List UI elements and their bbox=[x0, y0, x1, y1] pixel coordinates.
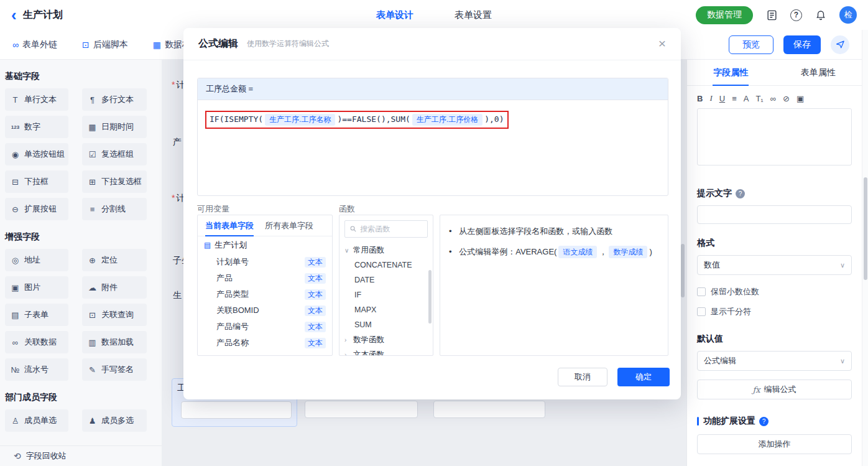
hint-text-input[interactable] bbox=[697, 205, 852, 224]
unlink-icon[interactable]: ⊘ bbox=[783, 94, 790, 103]
variable-row[interactable]: 关联BOMID文本 bbox=[198, 302, 332, 319]
formula-code: ),0) bbox=[484, 114, 504, 124]
function-item-mapx[interactable]: MAPX bbox=[339, 302, 433, 317]
back-icon[interactable]: ‹ bbox=[11, 7, 17, 23]
field-address[interactable]: ◎地址 bbox=[5, 249, 68, 271]
variable-row[interactable]: 计划单号文本 bbox=[198, 254, 332, 270]
extension-help-icon[interactable]: ? bbox=[759, 417, 769, 426]
page-scrollbar-thumb[interactable] bbox=[864, 177, 867, 280]
field-input[interactable] bbox=[305, 401, 418, 418]
font-color-icon[interactable]: A bbox=[744, 94, 749, 103]
thousand-checkbox[interactable] bbox=[697, 307, 706, 316]
modal-subtitle: 使用数学运算符编辑公式 bbox=[247, 39, 329, 49]
field-token: 生产工序.工序价格 bbox=[412, 114, 482, 126]
field-radio-group[interactable]: ◉单选按钮组 bbox=[5, 143, 68, 165]
field-attachment[interactable]: ☁附件 bbox=[82, 276, 147, 299]
function-item-concatenate[interactable]: CONCATENATE bbox=[339, 258, 433, 273]
data-manage-button[interactable]: 数据管理 bbox=[696, 6, 753, 24]
formula-input-area[interactable]: IF(ISEMPTY(生产工序.工序名称)==FALSE(),SUM(生产工序.… bbox=[198, 100, 668, 139]
page-title: 生产计划 bbox=[23, 9, 63, 22]
field-serial-number[interactable]: №流水号 bbox=[5, 358, 68, 381]
variable-row[interactable]: 产品名称文本 bbox=[198, 335, 332, 351]
field-number[interactable]: 123数字 bbox=[5, 116, 68, 138]
variable-row[interactable]: 产品编号文本 bbox=[198, 319, 332, 335]
field-dropdown-multi[interactable]: ⊞下拉复选框 bbox=[82, 170, 147, 193]
link-icon[interactable]: ∞ bbox=[770, 94, 776, 103]
member-multi-icon: ♟ bbox=[88, 416, 97, 426]
field-signature[interactable]: ✎手写签名 bbox=[82, 358, 147, 381]
group-common-functions[interactable]: ∨ 常用函数 bbox=[339, 243, 433, 258]
field-datetime[interactable]: ▦日期时间 bbox=[82, 116, 147, 138]
field-single-text[interactable]: T单行文本 bbox=[5, 88, 68, 111]
share-button[interactable] bbox=[831, 35, 849, 54]
italic-icon[interactable]: I bbox=[709, 93, 712, 103]
field-checkbox-group[interactable]: ☑复选框组 bbox=[82, 143, 147, 165]
function-item-sum[interactable]: SUM bbox=[339, 317, 433, 332]
underline-icon[interactable]: U bbox=[719, 94, 725, 103]
properties-tabs: 字段属性 表单属性 bbox=[687, 60, 862, 86]
backend-script-button[interactable]: ⊡ 后端脚本 bbox=[82, 39, 128, 50]
function-item-date[interactable]: DATE bbox=[339, 273, 433, 287]
bold-icon[interactable]: B bbox=[697, 94, 703, 103]
field-multi-text[interactable]: ¶多行文本 bbox=[82, 88, 147, 111]
tab-form-properties[interactable]: 表单属性 bbox=[775, 60, 862, 85]
confirm-button[interactable]: 确定 bbox=[617, 368, 670, 386]
field-dropdown[interactable]: ⊟下拉框 bbox=[5, 170, 68, 193]
hint-help-icon[interactable]: ? bbox=[736, 189, 745, 198]
edit-formula-button[interactable]: ƒx 编辑公式 bbox=[697, 380, 852, 399]
field-title-editor[interactable] bbox=[697, 108, 852, 165]
default-value-select[interactable]: 公式编辑 ∨ bbox=[697, 351, 852, 371]
example-token: 语文成绩 bbox=[558, 246, 597, 258]
field-member-single[interactable]: ♙成员单选 bbox=[5, 409, 68, 432]
field-image[interactable]: ▣图片 bbox=[5, 276, 68, 299]
document-icon[interactable] bbox=[765, 9, 778, 21]
field-related-query[interactable]: ⊡关联查询 bbox=[82, 304, 147, 326]
variable-row[interactable]: 产品文本 bbox=[198, 270, 332, 286]
add-action-button[interactable]: 添加操作 bbox=[697, 434, 852, 454]
group-text-functions[interactable]: › 文本函数 bbox=[339, 347, 433, 356]
tab-form-settings[interactable]: 表单设置 bbox=[455, 9, 492, 21]
thousand-separator-option[interactable]: 显示千分符 bbox=[697, 306, 852, 317]
canvas-scrollbar[interactable] bbox=[681, 244, 685, 297]
form-external-link-button[interactable]: ∞ 表单外链 bbox=[12, 39, 57, 50]
group-math-functions[interactable]: › 数学函数 bbox=[339, 332, 433, 347]
notification-bell-icon[interactable] bbox=[815, 9, 827, 21]
field-recycle-bin[interactable]: ⟲ 字段回收站 bbox=[0, 445, 162, 466]
function-search-input[interactable] bbox=[360, 225, 422, 233]
script-icon: ⊡ bbox=[82, 40, 90, 50]
field-input[interactable] bbox=[433, 401, 545, 418]
functions-scrollbar-thumb[interactable] bbox=[428, 270, 432, 324]
avatar[interactable]: 检 bbox=[839, 6, 857, 24]
help-icon[interactable]: ? bbox=[790, 9, 802, 21]
field-location[interactable]: ⊕定位 bbox=[82, 249, 147, 271]
tab-form-design[interactable]: 表单设计 bbox=[376, 9, 413, 21]
cancel-button[interactable]: 取消 bbox=[558, 368, 607, 386]
field-extend-button[interactable]: ⊖扩展按钮 bbox=[5, 198, 68, 220]
toolbar-item-label: 表单外链 bbox=[22, 39, 57, 50]
field-input[interactable] bbox=[181, 401, 292, 419]
field-member-multi[interactable]: ♟成员多选 bbox=[82, 409, 147, 432]
field-divider[interactable]: ≡分割线 bbox=[82, 198, 147, 220]
function-item-if[interactable]: IF bbox=[339, 287, 433, 302]
tab-field-properties[interactable]: 字段属性 bbox=[687, 60, 775, 85]
field-palette-sidebar: 基础字段 T单行文本 ¶多行文本 123数字 ▦日期时间 ◉单选按钮组 ☑复选框… bbox=[0, 60, 162, 466]
save-button[interactable]: 保存 bbox=[783, 35, 821, 54]
decimal-checkbox[interactable] bbox=[697, 287, 706, 296]
format-select[interactable]: 数值 ∨ bbox=[697, 255, 852, 275]
variable-row[interactable]: 产品类型文本 bbox=[198, 286, 332, 302]
field-subform[interactable]: ▤子表单 bbox=[5, 304, 68, 326]
font-size-icon[interactable]: T₁ bbox=[755, 94, 763, 103]
bullet-icon: • bbox=[449, 247, 452, 256]
tab-all-form-fields[interactable]: 所有表单字段 bbox=[265, 215, 313, 236]
form-tree-root[interactable]: ▤ 生产计划 bbox=[198, 236, 332, 254]
list-icon[interactable]: ≡ bbox=[732, 94, 737, 103]
keep-decimal-option[interactable]: 保留小数位数 bbox=[697, 286, 852, 297]
tab-current-form-fields[interactable]: 当前表单字段 bbox=[205, 215, 254, 236]
formula-target: 工序总金额 = bbox=[198, 78, 668, 100]
field-data-load[interactable]: ▥数据加载 bbox=[82, 331, 147, 353]
field-related-data[interactable]: ∞关联数据 bbox=[5, 331, 68, 353]
preview-button[interactable]: 预览 bbox=[729, 35, 773, 54]
canvas-field-label: 产 bbox=[172, 137, 182, 148]
close-icon[interactable]: × bbox=[658, 37, 666, 50]
insert-image-icon[interactable]: ▣ bbox=[796, 94, 804, 103]
